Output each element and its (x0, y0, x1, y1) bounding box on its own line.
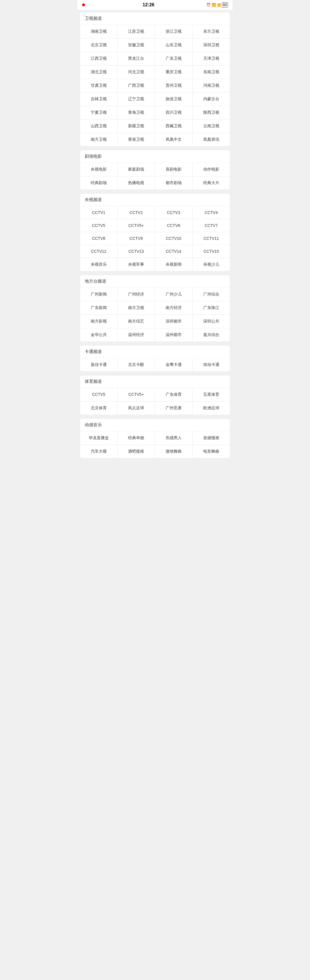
channel-cell[interactable]: 北京体育 (80, 401, 118, 415)
channel-cell[interactable]: 热播电视 (118, 177, 155, 189)
channel-cell[interactable]: CCTV3 (155, 206, 192, 219)
channel-cell[interactable]: 深圳卫视 (192, 38, 230, 52)
channel-cell[interactable]: 广东新闻 (80, 301, 118, 315)
channel-cell[interactable]: CCTV5+ (118, 388, 155, 401)
channel-cell[interactable]: CCTV9 (118, 232, 155, 245)
channel-cell[interactable]: 嘉佳卡通 (80, 358, 118, 371)
channel-cell[interactable]: 浙江卫视 (155, 25, 192, 38)
channel-cell[interactable]: 央视新闻 (155, 258, 192, 271)
channel-cell[interactable]: 河北卫视 (118, 65, 155, 79)
channel-cell[interactable]: 东方卫视 (192, 25, 230, 38)
channel-cell[interactable]: CCTV15 (192, 245, 230, 258)
channel-cell[interactable]: 山西卫视 (80, 119, 118, 133)
channel-cell[interactable]: 风云足球 (118, 401, 155, 415)
channel-cell[interactable]: CCTV7 (192, 219, 230, 232)
channel-cell[interactable]: 山东卫视 (155, 38, 192, 52)
channel-cell[interactable]: CCTV14 (155, 245, 192, 258)
channel-cell[interactable]: 贵州卫视 (155, 79, 192, 92)
channel-cell[interactable]: 南方卫视 (118, 301, 155, 315)
channel-cell[interactable]: 深圳都市 (155, 315, 192, 328)
channel-cell[interactable]: 伤感男人 (155, 431, 192, 445)
channel-cell[interactable]: 广州综合 (192, 288, 230, 301)
channel-cell[interactable]: 激情舞曲 (155, 445, 192, 458)
channel-cell[interactable]: CCTV6 (155, 219, 192, 232)
channel-cell[interactable]: 南方经济 (155, 301, 192, 315)
channel-cell[interactable]: 天津卫视 (192, 52, 230, 65)
channel-cell[interactable]: 重庆卫视 (155, 65, 192, 79)
channel-cell[interactable]: 电音舞曲 (192, 445, 230, 458)
channel-cell[interactable]: 北京卡酷 (118, 358, 155, 371)
channel-cell[interactable]: 辽宁卫视 (118, 92, 155, 106)
channel-cell[interactable]: 金华公共 (80, 328, 118, 342)
channel-cell[interactable]: CCTV13 (118, 245, 155, 258)
channel-cell[interactable]: 西藏卫视 (155, 119, 192, 133)
channel-cell[interactable]: 南方影视 (80, 315, 118, 328)
channel-cell[interactable]: 青海卫视 (118, 106, 155, 119)
channel-cell[interactable]: 广州竞赛 (155, 401, 192, 415)
channel-cell[interactable]: 东南卫视 (192, 65, 230, 79)
channel-cell[interactable]: 温州经济 (118, 328, 155, 342)
channel-cell[interactable]: 央视电影 (80, 163, 118, 177)
channel-cell[interactable]: 经典大片 (192, 177, 230, 189)
channel-cell[interactable]: 黑龙江台 (118, 52, 155, 65)
channel-cell[interactable]: 喜剧电影 (155, 163, 192, 177)
channel-cell[interactable]: 凤凰资讯 (192, 133, 230, 146)
channel-cell[interactable]: 宁夏卫视 (80, 106, 118, 119)
channel-cell[interactable]: 江西卫视 (80, 52, 118, 65)
channel-cell[interactable]: 广东珠江 (192, 301, 230, 315)
channel-cell[interactable]: 都市剧场 (155, 177, 192, 189)
channel-cell[interactable]: 五星体育 (192, 388, 230, 401)
channel-cell[interactable]: 汽车大碟 (80, 445, 118, 458)
channel-cell[interactable]: 央视音乐 (80, 258, 118, 271)
channel-cell[interactable]: 吉林卫视 (80, 92, 118, 106)
channel-cell[interactable]: 经典剧场 (80, 177, 118, 189)
channel-cell[interactable]: 内蒙古台 (192, 92, 230, 106)
channel-cell[interactable]: CCTV5 (80, 219, 118, 232)
channel-cell[interactable]: 北京卫视 (80, 38, 118, 52)
channel-cell[interactable]: 陕西卫视 (192, 106, 230, 119)
channel-cell[interactable]: 河南卫视 (192, 79, 230, 92)
channel-cell[interactable]: 广东体育 (155, 388, 192, 401)
channel-cell[interactable]: 新疆卫视 (118, 119, 155, 133)
channel-cell[interactable]: 香港卫视 (118, 133, 155, 146)
channel-cell[interactable]: 四川卫视 (155, 106, 192, 119)
channel-cell[interactable]: CCTV2 (118, 206, 155, 219)
channel-cell[interactable]: 广州少儿 (155, 288, 192, 301)
channel-cell[interactable]: 酒吧慢摇 (118, 445, 155, 458)
channel-cell[interactable]: 温州都市 (155, 328, 192, 342)
channel-cell[interactable]: CCTV4 (192, 206, 230, 219)
channel-cell[interactable]: 安徽卫视 (118, 38, 155, 52)
channel-cell[interactable]: 华龙直播盒 (80, 431, 118, 445)
channel-cell[interactable]: 江苏卫视 (118, 25, 155, 38)
channel-cell[interactable]: 动作电影 (192, 163, 230, 177)
channel-cell[interactable]: 嘉兴综合 (192, 328, 230, 342)
channel-cell[interactable]: CCTV12 (80, 245, 118, 258)
channel-cell[interactable]: 湖南卫视 (80, 25, 118, 38)
channel-cell[interactable]: CCTV11 (192, 232, 230, 245)
channel-cell[interactable]: CCTV10 (155, 232, 192, 245)
channel-cell[interactable]: 旅游卫视 (155, 92, 192, 106)
channel-cell[interactable]: CCTV8 (80, 232, 118, 245)
channel-cell[interactable]: CCTV5+ (118, 219, 155, 232)
channel-cell[interactable]: 家庭剧场 (118, 163, 155, 177)
channel-cell[interactable]: 甘肃卫视 (80, 79, 118, 92)
channel-cell[interactable]: 欧洲足球 (192, 401, 230, 415)
channel-cell[interactable]: 发烧慢摇 (192, 431, 230, 445)
channel-cell[interactable]: 金鹰卡通 (155, 358, 192, 371)
channel-cell[interactable]: 广州新闻 (80, 288, 118, 301)
channel-cell[interactable]: 广东卫视 (155, 52, 192, 65)
channel-cell[interactable]: 深圳公共 (192, 315, 230, 328)
channel-cell[interactable]: 广西卫视 (118, 79, 155, 92)
channel-cell[interactable]: 南方卫视 (80, 133, 118, 146)
channel-cell[interactable]: 云南卫视 (192, 119, 230, 133)
channel-cell[interactable]: 湖北卫视 (80, 65, 118, 79)
channel-cell[interactable]: 广州经济 (118, 288, 155, 301)
channel-cell[interactable]: 经典串烧 (118, 431, 155, 445)
channel-cell[interactable]: 央视军事 (118, 258, 155, 271)
channel-cell[interactable]: 南方综艺 (118, 315, 155, 328)
channel-cell[interactable]: 凤凰中文 (155, 133, 192, 146)
channel-cell[interactable]: CCTV5 (80, 388, 118, 401)
channel-cell[interactable]: CCTV1 (80, 206, 118, 219)
channel-cell[interactable]: 央视少儿 (192, 258, 230, 271)
channel-cell[interactable]: 炫动卡通 (192, 358, 230, 371)
